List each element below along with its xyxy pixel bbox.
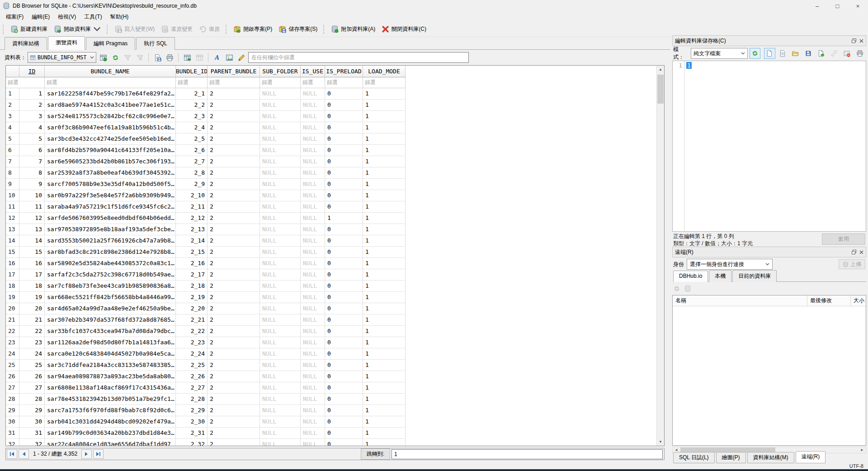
cell-preload[interactable]: 0 — [325, 145, 363, 156]
cell-parent[interactable]: 2 — [208, 326, 260, 337]
row-number-cell[interactable]: 14 — [6, 235, 19, 247]
cell-id[interactable]: 16 — [19, 258, 45, 269]
cell-id[interactable]: 8 — [19, 167, 45, 179]
cell-name[interactable]: sar3bcd3e432cc4274e25defee505eb16ed… — [45, 133, 176, 145]
cell-name[interactable]: sar970538972895e8b18aaf193a5def3cbe… — [45, 224, 176, 235]
filter-cell-is_use[interactable]: 篩選 — [301, 77, 325, 88]
row-number-cell[interactable]: 25 — [6, 360, 19, 371]
cell-preload[interactable]: 0 — [325, 281, 363, 292]
cell-id[interactable]: 25 — [19, 360, 45, 371]
cell-mode[interactable]: 1 — [363, 416, 406, 428]
cell-parent[interactable]: 2 — [208, 269, 260, 281]
cell-use[interactable]: NULL — [301, 213, 325, 224]
cell-sub[interactable]: NULL — [260, 133, 301, 145]
column-header-bundle_id[interactable]: BUNDLE_ID — [176, 66, 208, 77]
cell-sub[interactable]: NULL — [260, 201, 301, 213]
cell-use[interactable]: NULL — [301, 235, 325, 247]
font-icon[interactable]: A — [212, 52, 222, 63]
cell-id[interactable]: 13 — [19, 224, 45, 235]
row-number-cell[interactable]: 21 — [6, 314, 19, 326]
cell-use[interactable]: NULL — [301, 292, 325, 303]
cell-preload[interactable]: 0 — [325, 439, 363, 446]
cell-parent[interactable]: 2 — [208, 439, 260, 446]
cell-name[interactable]: sar6808e1138af148acf869f17c4315436a… — [45, 382, 176, 394]
filter-cell-sub_folder[interactable]: 篩選 — [260, 77, 301, 88]
cell-name[interactable]: sar524e8175573cb2842bcf62c8c996e0e7… — [45, 111, 176, 122]
menu-edit[interactable]: 編輯(E) — [28, 12, 54, 22]
cell-bid[interactable]: 2_26 — [176, 371, 208, 382]
cell-mode[interactable]: 1 — [363, 394, 406, 405]
cell-sub[interactable]: NULL — [260, 167, 301, 179]
apply-button[interactable]: 套用 — [822, 233, 865, 245]
row-number-cell[interactable]: 26 — [6, 371, 19, 382]
delete-record-icon[interactable] — [194, 52, 205, 63]
row-number-cell[interactable]: 29 — [6, 405, 19, 416]
cell-name[interactable]: sar78e4531823942b13d07b051a7be29fc1… — [45, 394, 176, 405]
cell-sub[interactable]: NULL — [260, 100, 301, 111]
cell-name[interactable]: sar22c4a8004ce1d03ae6556d7dbaf1dd97 — [45, 439, 176, 446]
cell-mode[interactable]: 1 — [363, 303, 406, 314]
open-project-button[interactable]: 開啟專案(P) — [230, 24, 275, 35]
cell-preload[interactable]: 0 — [325, 156, 363, 167]
cell-name[interactable]: sar58902e5d35824abe443085372c0a83c1… — [45, 258, 176, 269]
cell-name[interactable]: sar7cf88eb73fe3ee43ca91b985890836a8… — [45, 281, 176, 292]
cell-bid[interactable]: 2_30 — [176, 416, 208, 428]
cell-mode[interactable]: 1 — [363, 201, 406, 213]
cell-preload[interactable]: 0 — [325, 382, 363, 394]
cell-bid[interactable]: 2_11 — [176, 201, 208, 213]
cell-name[interactable]: sard8ae5974a4152c0a3c41bee77ae1e51c… — [45, 100, 176, 111]
cell-bid[interactable]: 2_15 — [176, 247, 208, 258]
cell-name[interactable]: sarcf7005788b9e33e35df40a12b0d500f5… — [45, 179, 176, 190]
cell-use[interactable]: NULL — [301, 133, 325, 145]
cell-parent[interactable]: 2 — [208, 428, 260, 439]
cell-parent[interactable]: 2 — [208, 88, 260, 100]
row-number-cell[interactable]: 18 — [6, 281, 19, 292]
cell-sub[interactable]: NULL — [260, 111, 301, 122]
cell-parent[interactable]: 2 — [208, 156, 260, 167]
cell-mode[interactable]: 1 — [363, 224, 406, 235]
cell-use[interactable]: NULL — [301, 405, 325, 416]
jump-to-input[interactable] — [392, 449, 663, 459]
cell-name[interactable]: sar6e59605233bd42b0b861b57ec306f193… — [45, 156, 176, 167]
row-number-cell[interactable]: 31 — [6, 428, 19, 439]
cell-name[interactable]: sar1126aa2def98d50d80f7b1a14813faa6… — [45, 337, 176, 348]
cell-bid[interactable]: 2_8 — [176, 167, 208, 179]
scroll-down-icon[interactable]: ▼ — [657, 438, 664, 446]
last-page-button[interactable] — [93, 449, 104, 459]
cell-bid[interactable]: 2_13 — [176, 224, 208, 235]
filter-cell-load_mode[interactable]: 篩選 — [363, 77, 406, 88]
mode-dropdown[interactable]: 純文字檔案 — [691, 48, 747, 59]
cell-preload[interactable]: 0 — [325, 394, 363, 405]
cell-sub[interactable]: NULL — [260, 292, 301, 303]
row-number-cell[interactable]: 20 — [6, 303, 19, 314]
cell-parent[interactable]: 2 — [208, 337, 260, 348]
cell-id[interactable]: 12 — [19, 213, 45, 224]
cell-bid[interactable]: 2_22 — [176, 326, 208, 337]
cell-sub[interactable]: NULL — [260, 213, 301, 224]
text-mode-icon[interactable] — [764, 48, 775, 59]
cell-mode[interactable]: 1 — [363, 348, 406, 360]
export-file-icon[interactable] — [803, 48, 814, 59]
cell-parent[interactable]: 2 — [208, 145, 260, 156]
cell-mode[interactable]: 1 — [363, 190, 406, 201]
cell-use[interactable]: NULL — [301, 145, 325, 156]
cell-bid[interactable]: 2_3 — [176, 111, 208, 122]
cell-parent[interactable]: 2 — [208, 247, 260, 258]
dock-tab-plot[interactable]: 繪圖(P) — [716, 452, 746, 463]
cell-sub[interactable]: NULL — [260, 439, 301, 446]
dock-tab-remote[interactable]: 遠端(R) — [796, 451, 826, 463]
tab-browse-data[interactable]: 瀏覽資料 — [48, 36, 85, 50]
cell-mode[interactable]: 1 — [363, 258, 406, 269]
cell-id[interactable]: 28 — [19, 394, 45, 405]
cell-bid[interactable]: 2_23 — [176, 337, 208, 348]
cell-preload[interactable]: 0 — [325, 371, 363, 382]
auto-refresh-icon[interactable] — [750, 48, 760, 59]
menu-tools[interactable]: 工具(T) — [80, 12, 106, 22]
cell-preload[interactable]: 0 — [325, 100, 363, 111]
cell-parent[interactable]: 2 — [208, 235, 260, 247]
row-number-cell[interactable]: 27 — [6, 382, 19, 394]
cell-mode[interactable]: 1 — [363, 360, 406, 371]
cell-preload[interactable]: 0 — [325, 326, 363, 337]
cell-parent[interactable]: 2 — [208, 100, 260, 111]
cell-bid[interactable]: 2_21 — [176, 314, 208, 326]
